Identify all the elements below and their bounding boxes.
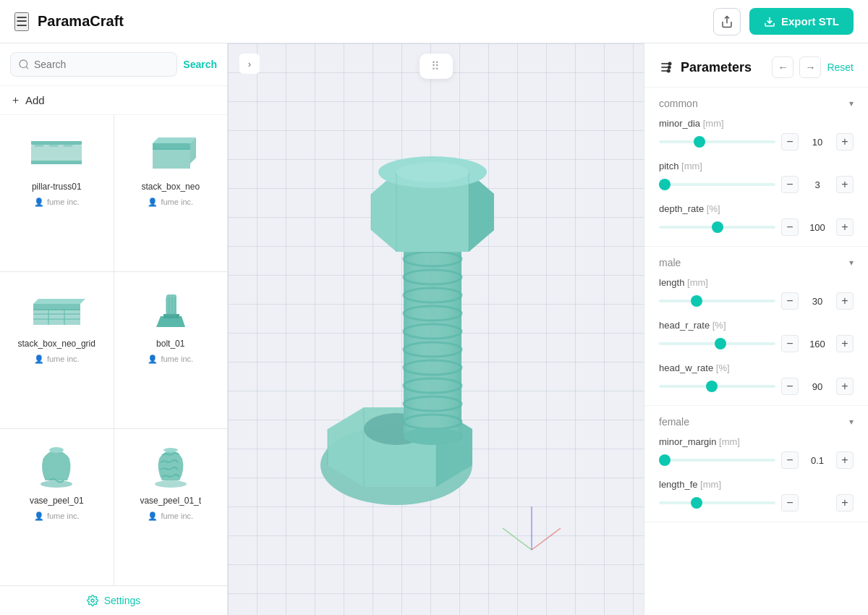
svg-point-60 bbox=[396, 162, 469, 182]
param-length-fe-label: length_fe [mm] bbox=[659, 479, 854, 490]
3d-viewer[interactable]: › ⠿ bbox=[228, 43, 644, 615]
head-r-rate-plus[interactable]: + bbox=[836, 335, 854, 352]
bolt-01-icon bbox=[142, 287, 200, 331]
depth-rate-value: 100 bbox=[804, 222, 830, 233]
list-item[interactable]: bolt_01 👤 fume inc. bbox=[114, 272, 228, 428]
expand-button[interactable]: › bbox=[239, 54, 260, 74]
minor-margin-plus[interactable]: + bbox=[836, 451, 854, 469]
menu-icon[interactable]: ☰ bbox=[14, 12, 29, 31]
svg-rect-9 bbox=[153, 143, 190, 150]
params-nav: ← → Reset bbox=[772, 56, 854, 78]
svg-point-26 bbox=[41, 480, 72, 488]
head-w-rate-plus[interactable]: + bbox=[836, 378, 854, 395]
stack-box-grid-icon bbox=[27, 287, 85, 331]
pitch-minus[interactable]: − bbox=[781, 176, 799, 193]
add-section: ＋ Add bbox=[0, 86, 227, 115]
bolt-assembly-svg bbox=[263, 111, 610, 545]
parameters-panel: Parameters ← → Reset common ▾ minor_dia … bbox=[644, 43, 868, 615]
depth-rate-plus[interactable]: + bbox=[836, 219, 854, 236]
depth-rate-minus[interactable]: − bbox=[781, 219, 799, 236]
params-reset-button[interactable]: Reset bbox=[827, 62, 854, 73]
list-item[interactable]: vase_peel_01_t 👤 fume inc. bbox=[114, 429, 228, 585]
bolt-shank-group bbox=[404, 218, 461, 445]
minor-margin-slider[interactable] bbox=[659, 459, 775, 462]
section-female-header[interactable]: female ▾ bbox=[644, 406, 868, 436]
item-name: bolt_01 bbox=[156, 339, 184, 350]
params-forward-button[interactable]: → bbox=[799, 56, 821, 78]
stack-box-neo-icon bbox=[142, 130, 200, 174]
item-name: stack_box_neo bbox=[141, 182, 200, 193]
minor-margin-value: 0.1 bbox=[804, 455, 830, 466]
list-item[interactable]: stack_box_neo_grid 👤 fume inc. bbox=[0, 272, 114, 428]
vase-peel-01-icon bbox=[27, 444, 85, 488]
pitch-plus[interactable]: + bbox=[836, 176, 854, 193]
param-head-w-rate-label: head_w_rate [%] bbox=[659, 362, 854, 373]
param-minor-dia-control: − 10 + bbox=[659, 133, 854, 150]
settings-button[interactable]: Settings bbox=[87, 595, 141, 606]
param-length-label: length [mm] bbox=[659, 277, 854, 288]
section-female-toggle: ▾ bbox=[849, 417, 854, 427]
section-male-body: length [mm] − 30 + head_r_rate [%] − 160 bbox=[644, 277, 868, 405]
list-item[interactable]: pillar-truss01 👤 fume inc. bbox=[0, 115, 114, 271]
plus-icon: ＋ bbox=[10, 93, 21, 107]
params-back-button[interactable]: ← bbox=[772, 56, 793, 78]
section-male: male ▾ length [mm] − 30 + head_r_rate [%… bbox=[644, 247, 868, 406]
section-common: common ▾ minor_dia [mm] − 10 + pitch [mm… bbox=[644, 88, 868, 247]
svg-point-27 bbox=[49, 447, 64, 453]
minor-margin-minus[interactable]: − bbox=[781, 451, 799, 469]
length-slider[interactable] bbox=[659, 300, 775, 302]
item-thumbnail bbox=[24, 127, 89, 177]
add-button[interactable]: ＋ Add bbox=[10, 93, 45, 107]
user-icon: 👤 bbox=[34, 198, 44, 207]
minor-dia-slider[interactable] bbox=[659, 140, 775, 143]
svg-rect-2 bbox=[31, 145, 82, 163]
head-w-rate-minus[interactable]: − bbox=[781, 378, 799, 395]
depth-rate-slider[interactable] bbox=[659, 226, 775, 229]
section-male-header[interactable]: male ▾ bbox=[644, 247, 868, 277]
length-fe-minus[interactable]: − bbox=[781, 494, 799, 512]
length-fe-plus[interactable]: + bbox=[836, 494, 854, 512]
list-item[interactable]: stack_box_neo 👤 fume inc. bbox=[114, 115, 228, 271]
item-author: 👤 fume inc. bbox=[148, 355, 193, 364]
param-depth-rate-control: − 100 + bbox=[659, 219, 854, 236]
param-minor-dia-label: minor_dia [mm] bbox=[659, 118, 854, 129]
item-thumbnail bbox=[24, 441, 89, 491]
share-button[interactable] bbox=[713, 8, 741, 35]
head-w-rate-slider[interactable] bbox=[659, 385, 775, 388]
section-male-title: male bbox=[659, 257, 681, 268]
item-author: 👤 fume inc. bbox=[34, 355, 80, 364]
param-head-r-rate: head_r_rate [%] − 160 + bbox=[659, 320, 854, 352]
svg-marker-18 bbox=[33, 299, 85, 304]
minor-dia-plus[interactable]: + bbox=[836, 133, 854, 150]
pitch-slider[interactable] bbox=[659, 183, 775, 186]
svg-point-69 bbox=[668, 69, 670, 72]
section-common-header[interactable]: common ▾ bbox=[644, 88, 868, 118]
param-pitch-label: pitch [mm] bbox=[659, 161, 854, 171]
search-button[interactable]: Search bbox=[183, 52, 217, 77]
head-r-rate-slider[interactable] bbox=[659, 342, 775, 345]
header: ☰ ParamaCraft Export STL bbox=[0, 0, 868, 43]
expand-icon: › bbox=[248, 59, 251, 69]
param-head-r-rate-control: − 160 + bbox=[659, 335, 854, 352]
length-minus[interactable]: − bbox=[781, 292, 799, 310]
section-female-body: minor_margin [mm] − 0.1 + length_fe [mm]… bbox=[644, 436, 868, 522]
svg-rect-17 bbox=[33, 304, 80, 310]
search-input[interactable] bbox=[10, 52, 177, 77]
svg-rect-12 bbox=[33, 309, 80, 325]
length-fe-slider[interactable] bbox=[659, 501, 775, 504]
length-plus[interactable]: + bbox=[836, 292, 854, 310]
params-icon bbox=[659, 60, 673, 75]
param-minor-margin-control: − 0.1 + bbox=[659, 451, 854, 469]
user-icon: 👤 bbox=[148, 355, 158, 364]
section-common-body: minor_dia [mm] − 10 + pitch [mm] − 3 bbox=[644, 118, 868, 246]
section-female-title: female bbox=[659, 416, 689, 428]
export-stl-button[interactable]: Export STL bbox=[749, 8, 854, 35]
item-name: pillar-truss01 bbox=[32, 182, 82, 193]
pitch-value: 3 bbox=[804, 179, 830, 190]
list-item[interactable]: vase_peel_01 👤 fume inc. bbox=[0, 429, 114, 585]
param-head-r-rate-label: head_r_rate [%] bbox=[659, 320, 854, 331]
minor-dia-minus[interactable]: − bbox=[781, 133, 799, 150]
head-r-rate-minus[interactable]: − bbox=[781, 335, 799, 352]
app-title: ParamaCraft bbox=[38, 13, 705, 30]
param-pitch: pitch [mm] − 3 + bbox=[659, 161, 854, 193]
